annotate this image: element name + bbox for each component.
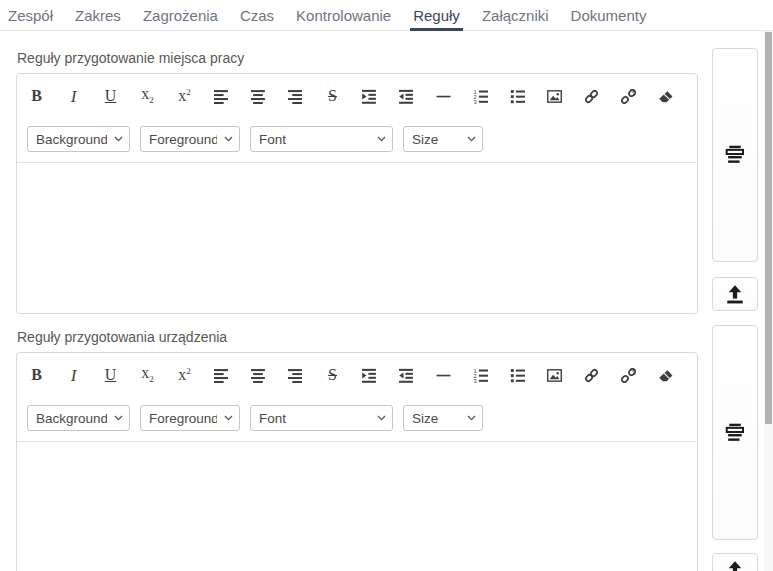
font-select-wrap: Font (250, 126, 393, 152)
upload-button[interactable] (712, 277, 758, 311)
editor-content[interactable] (17, 162, 697, 313)
outdent-icon (399, 368, 414, 383)
align-left-icon (214, 368, 229, 383)
italic-button[interactable]: I (60, 362, 87, 388)
snippet-picker-button[interactable] (712, 325, 758, 540)
foreground-select[interactable]: Foreground (140, 405, 240, 431)
tab-zakres[interactable]: Zakres (75, 0, 121, 30)
horizontal-rule-button[interactable] (430, 83, 457, 109)
picture-button[interactable] (541, 362, 568, 388)
superscript-button[interactable]: x2 (171, 362, 198, 388)
background-select-wrap: Background (27, 126, 130, 152)
link-button[interactable] (578, 362, 605, 388)
unordered-list-button[interactable] (504, 83, 531, 109)
italic-icon: I (71, 88, 77, 105)
background-select[interactable]: Background (27, 126, 130, 152)
remove-format-button[interactable] (652, 362, 679, 388)
subscript-button[interactable]: x2 (134, 362, 161, 388)
tab-zagrozenia[interactable]: Zagrożenia (143, 0, 218, 30)
foreground-select[interactable]: Foreground (140, 126, 240, 152)
link-button[interactable] (578, 83, 605, 109)
indent-button[interactable] (356, 83, 383, 109)
align-center-icon (251, 89, 266, 104)
bold-button[interactable]: B (23, 83, 50, 109)
scrollbar-thumb[interactable] (765, 32, 772, 424)
indent-icon (362, 89, 377, 104)
link-icon (584, 368, 599, 383)
align-left-icon (214, 89, 229, 104)
superscript-icon: x2 (178, 88, 191, 104)
snippet-picker-button[interactable] (712, 48, 758, 262)
editor-content[interactable] (17, 441, 697, 571)
ordered-list-button[interactable]: 123 (467, 83, 494, 109)
bold-button[interactable]: B (23, 362, 50, 388)
italic-button[interactable]: I (60, 83, 87, 109)
remove-format-button[interactable] (652, 83, 679, 109)
underline-button[interactable]: U (97, 362, 124, 388)
horizontal-rule-icon (436, 368, 451, 383)
font-select[interactable]: Font (250, 405, 393, 431)
italic-icon: I (71, 367, 77, 384)
align-right-button[interactable] (282, 362, 309, 388)
align-right-button[interactable] (282, 83, 309, 109)
unordered-list-button[interactable] (504, 362, 531, 388)
ordered-list-icon: 123 (473, 368, 488, 383)
toolbar-select-row: BackgroundForegroundFontSize (17, 110, 697, 162)
scrollbar-track[interactable] (764, 31, 773, 571)
unlink-button[interactable] (615, 362, 642, 388)
size-select[interactable]: Size (403, 405, 483, 431)
tab-czas[interactable]: Czas (240, 0, 274, 30)
size-select-wrap: Size (403, 405, 483, 431)
tab-reguly[interactable]: Reguły (413, 0, 460, 30)
tab-zespol[interactable]: Zespół (8, 0, 53, 30)
underline-icon: U (105, 88, 117, 104)
remove-format-icon (658, 89, 673, 104)
indent-button[interactable] (356, 362, 383, 388)
background-select[interactable]: Background (27, 405, 130, 431)
superscript-icon: x2 (178, 367, 191, 383)
svg-text:3: 3 (474, 378, 477, 383)
subscript-button[interactable]: x2 (134, 83, 161, 109)
tab-zalaczniki[interactable]: Załączniki (482, 0, 549, 30)
text-snippet-icon (725, 145, 745, 165)
editor-toolbar: BIUx2x2S123 BackgroundForegroundFontSize (17, 353, 697, 441)
picture-button[interactable] (541, 83, 568, 109)
align-left-button[interactable] (208, 362, 235, 388)
ordered-list-button[interactable]: 123 (467, 362, 494, 388)
toolbar-icon-row: BIUx2x2S123 (17, 74, 697, 110)
bold-icon: B (31, 367, 42, 383)
toolbar-select-row: BackgroundForegroundFontSize (17, 389, 697, 441)
align-right-icon (288, 368, 303, 383)
font-select[interactable]: Font (250, 126, 393, 152)
upload-icon (725, 560, 745, 571)
tab-kontrolowanie[interactable]: Kontrolowanie (296, 0, 391, 30)
size-select[interactable]: Size (403, 126, 483, 152)
page: ZespółZakresZagrożeniaCzasKontrolowanieR… (0, 0, 773, 571)
unordered-list-icon (510, 368, 525, 383)
tab-dokumenty[interactable]: Dokumenty (571, 0, 647, 30)
upload-icon (725, 284, 745, 304)
superscript-button[interactable]: x2 (171, 83, 198, 109)
unlink-button[interactable] (615, 83, 642, 109)
align-center-button[interactable] (245, 362, 272, 388)
horizontal-rule-button[interactable] (430, 362, 457, 388)
align-center-button[interactable] (245, 83, 272, 109)
strikethrough-button[interactable]: S (319, 362, 346, 388)
strikethrough-button[interactable]: S (319, 83, 346, 109)
picture-icon (547, 89, 562, 104)
size-select-wrap: Size (403, 126, 483, 152)
outdent-button[interactable] (393, 362, 420, 388)
outdent-button[interactable] (393, 83, 420, 109)
tab-bar: ZespółZakresZagrożeniaCzasKontrolowanieR… (0, 0, 773, 31)
svg-text:3: 3 (474, 99, 477, 104)
underline-button[interactable]: U (97, 83, 124, 109)
remove-format-icon (658, 368, 673, 383)
section-label: Reguły przygotowania urządzenia (17, 329, 698, 346)
subscript-icon: x2 (141, 86, 154, 105)
toolbar-icon-row: BIUx2x2S123 (17, 353, 697, 389)
strikethrough-icon: S (328, 367, 337, 383)
upload-button[interactable] (712, 553, 758, 571)
indent-icon (362, 368, 377, 383)
unlink-icon (621, 89, 636, 104)
align-left-button[interactable] (208, 83, 235, 109)
